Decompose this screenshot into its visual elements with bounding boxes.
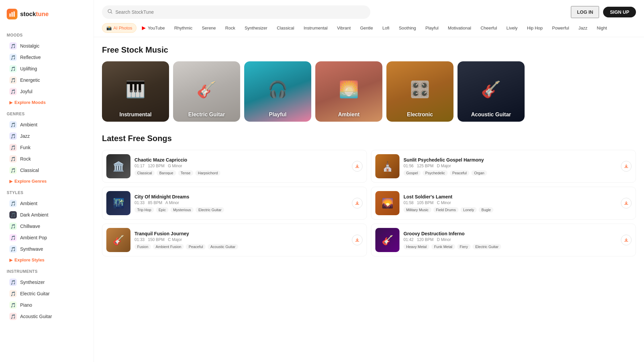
song-tag[interactable]: Lonely xyxy=(461,207,477,213)
nav-tag-jazz[interactable]: Jazz xyxy=(575,23,592,33)
nav-tag-motivational[interactable]: Motivational xyxy=(444,23,475,33)
sidebar-item-funk[interactable]: 🎵 Funk xyxy=(7,142,88,153)
featured-card-ambient[interactable]: Ambient xyxy=(315,61,382,122)
featured-card-acoustic[interactable]: Acoustic Guitar xyxy=(458,61,525,122)
song-card-1[interactable]: 🌃 City Of Midnight Dreams 01:33 85 BPM A… xyxy=(102,187,367,220)
sidebar-item-nostalgic[interactable]: 🎵 Nostalgic xyxy=(7,40,88,52)
rock-icon: 🎵 xyxy=(9,155,17,163)
song-tag[interactable]: Electric Guitar xyxy=(473,244,501,249)
signup-button[interactable]: SIGN UP xyxy=(603,7,636,17)
logo[interactable]: stocktune xyxy=(7,5,88,27)
song-tag[interactable]: Organ xyxy=(471,170,487,176)
song-tag[interactable]: Fusion xyxy=(135,244,151,249)
nav-tag-cheerful[interactable]: Cheerful xyxy=(477,23,501,33)
sidebar-item-reflective[interactable]: 🎵 Reflective xyxy=(7,52,88,63)
download-button-1[interactable] xyxy=(352,198,363,208)
song-card-6[interactable]: 🎸 Groovy Destruction Inferno 01:42 120 B… xyxy=(371,224,636,256)
sidebar-item-joyful[interactable]: 🎵 Joyful xyxy=(7,86,88,97)
nav-tag-gentle[interactable]: Gentle xyxy=(356,23,377,33)
song-title-1: City Of Midnight Dreams xyxy=(135,194,348,199)
download-button-4[interactable] xyxy=(621,161,632,172)
login-button[interactable]: LOG IN xyxy=(571,6,599,18)
song-tag[interactable]: Peaceful xyxy=(186,244,206,249)
song-tag[interactable]: Acoustic Guitar xyxy=(208,244,238,249)
sidebar-item-electric-guitar[interactable]: 🎵 Electric Guitar xyxy=(7,288,88,299)
song-tag[interactable]: Heavy Metal xyxy=(404,244,429,249)
nav-tag-hiphop[interactable]: Hip Hop xyxy=(523,23,547,33)
nav-tag-youtube[interactable]: ▶ YouTube xyxy=(138,23,169,33)
jazz-icon: 🎵 xyxy=(9,132,17,140)
thumb-gospel-icon: ⛪ xyxy=(375,154,399,178)
song-tag[interactable]: Bugle xyxy=(479,207,493,213)
song-tags-6: Heavy Metal Funk Metal Fiery Electric Gu… xyxy=(404,244,617,249)
nav-tag-playful[interactable]: Playful xyxy=(421,23,442,33)
nav-tag-rock[interactable]: Rock xyxy=(221,23,239,33)
song-tag[interactable]: Peaceful xyxy=(450,170,470,176)
nav-tag-serene[interactable]: Serene xyxy=(198,23,220,33)
download-button-0[interactable] xyxy=(352,161,363,172)
song-card-5[interactable]: 🌄 Lost Soldier's Lament 01:58 105 BPM C … xyxy=(371,187,636,220)
search-bar[interactable] xyxy=(102,5,370,19)
song-tag[interactable]: Epic xyxy=(156,207,168,213)
sidebar-item-ambient-genre[interactable]: 🎵 Ambient xyxy=(7,119,88,130)
featured-card-playful[interactable]: Playful xyxy=(244,61,311,122)
song-card-4[interactable]: ⛪ Sunlit Psychedelic Gospel Harmony 01:5… xyxy=(371,150,636,183)
song-tag[interactable]: Psychedelic xyxy=(423,170,448,176)
song-tag[interactable]: Mysterious xyxy=(170,207,194,213)
nav-tag-lofi[interactable]: Lofi xyxy=(378,23,393,33)
sidebar-item-rock[interactable]: 🎵 Rock xyxy=(7,153,88,165)
featured-card-instrumental[interactable]: Instrumental xyxy=(102,61,169,122)
download-button-5[interactable] xyxy=(621,198,632,208)
sidebar-item-jazz[interactable]: 🎵 Jazz xyxy=(7,130,88,142)
download-button-2[interactable] xyxy=(352,235,363,245)
sidebar-item-synthesizer[interactable]: 🎵 Synthesizer xyxy=(7,277,88,288)
sidebar-item-uplifting[interactable]: 🎵 Uplifting xyxy=(7,63,88,74)
song-thumb-4: ⛪ xyxy=(375,154,399,178)
search-input[interactable] xyxy=(115,9,365,15)
nav-tag-powerful[interactable]: Powerful xyxy=(548,23,573,33)
song-tag[interactable]: Funk Metal xyxy=(431,244,455,249)
song-tag[interactable]: Trip Hop xyxy=(135,207,154,213)
nav-tag-rhythmic[interactable]: Rhythmic xyxy=(170,23,196,33)
song-tag[interactable]: Ambient Fusion xyxy=(153,244,184,249)
song-tag[interactable]: Harpsichord xyxy=(195,170,220,176)
song-tag[interactable]: Field Drums xyxy=(433,207,459,213)
song-tag[interactable]: Gospel xyxy=(404,170,421,176)
song-meta-4: 01:56 125 BPM D Major xyxy=(404,164,617,168)
nav-tag-lively[interactable]: Lively xyxy=(502,23,522,33)
featured-card-electric-guitar[interactable]: Electric Guitar xyxy=(173,61,240,122)
song-tag[interactable]: Tense xyxy=(178,170,193,176)
explore-genres-link[interactable]: ▶ Explore Genres xyxy=(7,177,88,185)
sidebar-item-classical[interactable]: 🎵 Classical xyxy=(7,165,88,176)
song-card-2[interactable]: 🎸 Tranquil Fusion Journey 01:33 150 BPM … xyxy=(102,224,367,256)
classical-icon: 🎵 xyxy=(9,167,17,174)
nav-tag-classical[interactable]: Classical xyxy=(273,23,298,33)
featured-card-electronic[interactable]: Electronic xyxy=(386,61,453,122)
explore-moods-link[interactable]: ▶ Explore Moods xyxy=(7,99,88,106)
nav-tag-ai-photos[interactable]: 📸 AI Photos xyxy=(102,23,137,33)
song-tag[interactable]: Military Music xyxy=(404,207,431,213)
song-card-0[interactable]: 🏛️ Chaotic Maze Capriccio 01:17 120 BPM … xyxy=(102,150,367,183)
song-tag[interactable]: Fiery xyxy=(457,244,471,249)
sidebar-item-energetic[interactable]: 🎵 Energetic xyxy=(7,74,88,86)
song-tag[interactable]: Baroque xyxy=(157,170,176,176)
nav-tag-night[interactable]: Night xyxy=(593,23,611,33)
sidebar-item-dark-ambient[interactable]: 🎵 Dark Ambient xyxy=(7,209,88,221)
nav-tag-soothing[interactable]: Soothing xyxy=(395,23,420,33)
sidebar-item-acoustic-guitar[interactable]: 🎵 Acoustic Guitar xyxy=(7,311,88,322)
sidebar-item-ambient-style[interactable]: 🎵 Ambient xyxy=(7,198,88,209)
song-tag[interactable]: Classical xyxy=(135,170,155,176)
sidebar-item-synthwave[interactable]: 🎵 Synthwave xyxy=(7,243,88,255)
sidebar-item-piano[interactable]: 🎵 Piano xyxy=(7,299,88,311)
download-button-6[interactable] xyxy=(621,235,632,245)
explore-styles-arrow: ▶ xyxy=(9,258,12,262)
joyful-icon: 🎵 xyxy=(9,88,17,95)
nav-tag-synthesizer[interactable]: Synthesizer xyxy=(240,23,271,33)
nav-tag-instrumental[interactable]: Instrumental xyxy=(300,23,332,33)
sidebar-item-chillwave[interactable]: 🎵 Chillwave xyxy=(7,221,88,232)
sidebar-item-ambient-pop[interactable]: 🎵 Ambient Pop xyxy=(7,232,88,243)
explore-styles-link[interactable]: ▶ Explore Styles xyxy=(7,256,88,264)
nav-tag-vibrant[interactable]: Vibrant xyxy=(333,23,355,33)
moods-section-title: Moods xyxy=(7,33,88,38)
song-tag[interactable]: Electric Guitar xyxy=(196,207,224,213)
